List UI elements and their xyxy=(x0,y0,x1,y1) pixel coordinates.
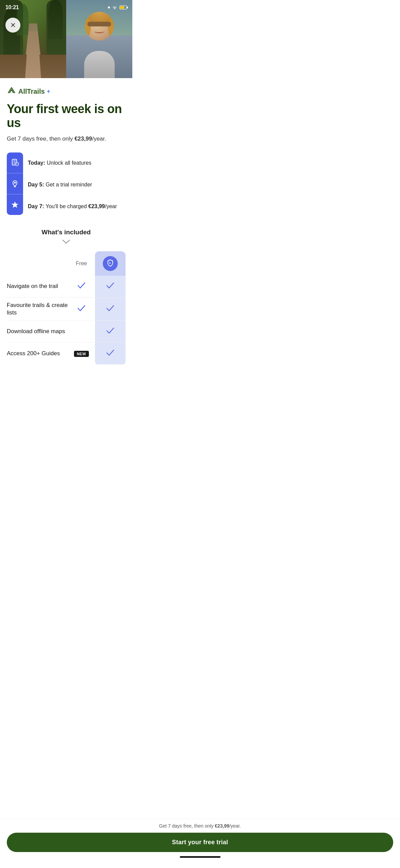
timeline-text-items: Today: Unlock all features Day 5: Get a … xyxy=(28,152,126,218)
pricing-subtext: Get 7 days free, then only €23,99/year. xyxy=(7,135,126,143)
free-check-0 xyxy=(68,282,95,291)
timeline-item-day5: Day 5: Get a trial reminder xyxy=(28,174,126,196)
feature-label: Access 200+ Guides xyxy=(7,346,68,361)
timeline-item-today: Today: Unlock all features xyxy=(28,152,126,174)
status-icons xyxy=(108,5,127,10)
checkmark-plus-icon xyxy=(107,349,114,358)
table-header: Free + xyxy=(7,251,126,276)
free-check-1 xyxy=(68,305,95,313)
status-bar: 10:21 xyxy=(0,0,132,15)
timeline-icons xyxy=(7,152,23,218)
status-time: 10:21 xyxy=(5,4,19,11)
whats-included: What's included xyxy=(7,229,126,236)
table-row: Navigate on the trail xyxy=(7,276,126,297)
table-body: Navigate on the trail Favourite trails &… xyxy=(7,276,126,364)
checkmark-plus-icon xyxy=(107,305,114,313)
headline: Your first week is on us xyxy=(7,102,126,130)
feature-label: Navigate on the trail xyxy=(7,278,68,294)
plus-check-1 xyxy=(95,297,126,321)
col-plus-header: + xyxy=(95,251,126,276)
timeline-item-day7: Day 7: You'll be charged €23,99/year xyxy=(28,196,126,218)
close-icon: ✕ xyxy=(10,22,16,29)
checkmark-plus-icon xyxy=(107,327,114,336)
new-badge: NEW xyxy=(74,351,89,357)
checkmark-free-icon xyxy=(78,305,85,313)
checkmark-plus-icon xyxy=(107,282,114,291)
logo-area: AllTrails + xyxy=(7,86,126,96)
comparison-table: Free + Navigate on the trail xyxy=(7,251,126,364)
signal-dot xyxy=(108,6,110,8)
alltrails-logo-icon xyxy=(7,86,16,96)
col-free-header: Free xyxy=(68,251,95,276)
logo-plus: + xyxy=(47,88,51,95)
plus-shield-icon: + xyxy=(107,259,114,268)
free-badge-3: NEW xyxy=(68,350,95,357)
plus-check-2 xyxy=(95,321,126,342)
table-row: Access 200+ Guides NEW xyxy=(7,343,126,364)
close-button[interactable]: ✕ xyxy=(5,18,20,33)
plus-check-3 xyxy=(95,343,126,364)
svg-point-2 xyxy=(14,182,16,183)
whats-included-title: What's included xyxy=(7,229,126,236)
feature-label: Favourite trails & create lists xyxy=(7,297,68,321)
plus-check-0 xyxy=(95,276,126,297)
timeline-icon-day5 xyxy=(7,174,23,194)
feature-label: Download offline maps xyxy=(7,324,68,339)
table-row: Download offline maps xyxy=(7,321,126,343)
main-content: AllTrails + Your first week is on us Get… xyxy=(0,78,132,405)
table-row: Favourite trails & create lists xyxy=(7,297,126,321)
timeline-icon-day7 xyxy=(7,195,23,215)
timeline-icon-today xyxy=(7,152,23,173)
svg-text:+: + xyxy=(109,261,111,265)
logo-text: AllTrails xyxy=(18,88,45,95)
checkmark-free-icon xyxy=(78,282,85,291)
plus-badge: + xyxy=(103,256,118,271)
expand-chevron-icon[interactable] xyxy=(7,239,126,246)
timeline: Today: Unlock all features Day 5: Get a … xyxy=(7,152,126,218)
battery-icon xyxy=(119,5,127,10)
wifi-icon xyxy=(112,5,117,10)
